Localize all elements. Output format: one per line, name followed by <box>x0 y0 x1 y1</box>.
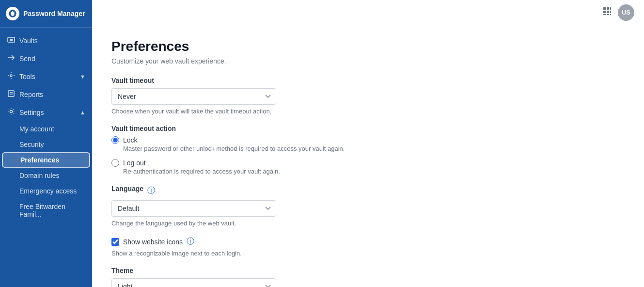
svg-point-4 <box>10 75 12 77</box>
sidebar-nav: Vaults Send Tools ▼ Reports <box>0 28 92 287</box>
sidebar-item-vaults-label: Vaults <box>19 37 38 45</box>
sidebar-item-tools[interactable]: Tools ▼ <box>0 67 92 85</box>
lock-label: Lock <box>123 136 138 144</box>
theme-label: Theme <box>111 267 412 274</box>
show-website-icons-section: Show website icons ⓘ Show a recognizable… <box>111 237 412 257</box>
send-icon <box>7 54 16 63</box>
language-help-icon[interactable]: ⓘ <box>147 186 155 196</box>
tools-chevron: ▼ <box>80 74 85 80</box>
show-website-icons-label: Show website icons <box>123 238 183 246</box>
app-name: Password Manager <box>23 10 85 17</box>
sidebar-item-free-bitwarden[interactable]: Free Bitwarden Famil... <box>0 199 92 222</box>
sidebar-header: Password Manager <box>0 0 92 28</box>
sidebar-item-security-label: Security <box>19 141 44 148</box>
website-icons-help-icon[interactable]: ⓘ <box>187 237 194 247</box>
avatar[interactable]: US <box>618 4 634 21</box>
logout-radio[interactable] <box>111 159 119 167</box>
preferences-content: Preferences Customize your web vault exp… <box>92 25 431 287</box>
sidebar-item-preferences-label: Preferences <box>20 156 59 164</box>
reports-icon <box>7 90 16 99</box>
svg-rect-15 <box>603 14 606 15</box>
lock-option: Lock Master password or other unlock met… <box>111 136 412 152</box>
svg-rect-12 <box>603 11 606 13</box>
lock-description: Master password or other unlock method i… <box>123 145 412 152</box>
sidebar-item-send-label: Send <box>19 55 35 63</box>
svg-rect-14 <box>610 11 611 13</box>
logout-label: Log out <box>123 159 146 167</box>
vault-timeout-action-radio-group: Lock Master password or other unlock met… <box>111 136 412 175</box>
app-logo <box>6 7 19 20</box>
svg-rect-10 <box>607 7 609 10</box>
grid-icon[interactable] <box>602 6 612 18</box>
sidebar-item-reports-label: Reports <box>19 91 43 98</box>
show-website-icons-checkbox[interactable] <box>111 238 119 246</box>
sidebar-item-settings-label: Settings <box>19 109 44 116</box>
vault-timeout-action-label: Vault timeout action <box>111 125 412 132</box>
svg-rect-5 <box>8 91 14 96</box>
svg-point-8 <box>10 111 13 113</box>
sidebar-item-tools-label: Tools <box>19 73 35 80</box>
sidebar-item-reports[interactable]: Reports <box>0 85 92 103</box>
page-subtitle: Customize your web vault experience. <box>111 57 412 65</box>
language-section: Language ⓘ Default English Spanish Frenc… <box>111 185 412 227</box>
sidebar: Password Manager Vaults Send Tools ▼ <box>0 0 92 287</box>
lock-radio[interactable] <box>111 136 119 144</box>
language-select[interactable]: Default English Spanish French German <box>111 200 276 217</box>
tools-icon <box>7 72 16 81</box>
sidebar-item-security[interactable]: Security <box>0 137 92 152</box>
page-title: Preferences <box>111 39 412 54</box>
show-website-icons-hint: Show a recognizable image next to each l… <box>111 250 412 257</box>
sidebar-item-my-account[interactable]: My account <box>0 121 92 137</box>
vault-timeout-section: Vault timeout Never 1 minute 5 minutes 1… <box>111 77 412 115</box>
sidebar-item-my-account-label: My account <box>19 125 54 133</box>
vault-timeout-select[interactable]: Never 1 minute 5 minutes 15 minutes 30 m… <box>111 88 276 105</box>
svg-rect-11 <box>610 7 611 10</box>
sidebar-item-domain-rules-label: Domain rules <box>19 172 59 179</box>
vault-icon <box>7 36 16 45</box>
language-label: Language <box>111 185 143 192</box>
sidebar-item-settings[interactable]: Settings ▲ <box>0 103 92 121</box>
sidebar-item-emergency-access[interactable]: Emergency access <box>0 183 92 199</box>
logout-option: Log out Re-authentication is required to… <box>111 159 412 175</box>
sidebar-item-domain-rules[interactable]: Domain rules <box>0 168 92 183</box>
avatar-initials: US <box>622 9 630 16</box>
sidebar-item-preferences[interactable]: Preferences <box>2 152 90 168</box>
theme-select[interactable]: Light Dark System default <box>111 278 276 287</box>
svg-rect-16 <box>607 14 609 15</box>
topbar-actions: US <box>602 4 634 21</box>
svg-rect-9 <box>603 7 606 10</box>
language-hint: Change the language used by the web vaul… <box>111 220 412 227</box>
settings-icon <box>7 108 16 117</box>
svg-rect-13 <box>607 11 609 13</box>
theme-section: Theme Light Dark System default Choose a… <box>111 267 412 287</box>
logout-description: Re-authentication is required to access … <box>123 168 412 175</box>
sidebar-item-vaults[interactable]: Vaults <box>0 32 92 49</box>
sidebar-item-emergency-access-label: Emergency access <box>19 187 77 195</box>
svg-rect-2 <box>10 39 13 41</box>
svg-rect-17 <box>610 14 611 15</box>
main-content: US Preferences Customize your web vault … <box>92 0 644 287</box>
settings-chevron: ▲ <box>80 110 85 115</box>
vault-timeout-hint: Choose when your vault will take the vau… <box>111 108 412 115</box>
sidebar-item-free-bitwarden-label: Free Bitwarden Famil... <box>19 203 85 218</box>
sidebar-item-send[interactable]: Send <box>0 49 92 67</box>
topbar: US <box>92 0 644 25</box>
vault-timeout-label: Vault timeout <box>111 77 412 84</box>
vault-timeout-action-section: Vault timeout action Lock Master passwor… <box>111 125 412 175</box>
